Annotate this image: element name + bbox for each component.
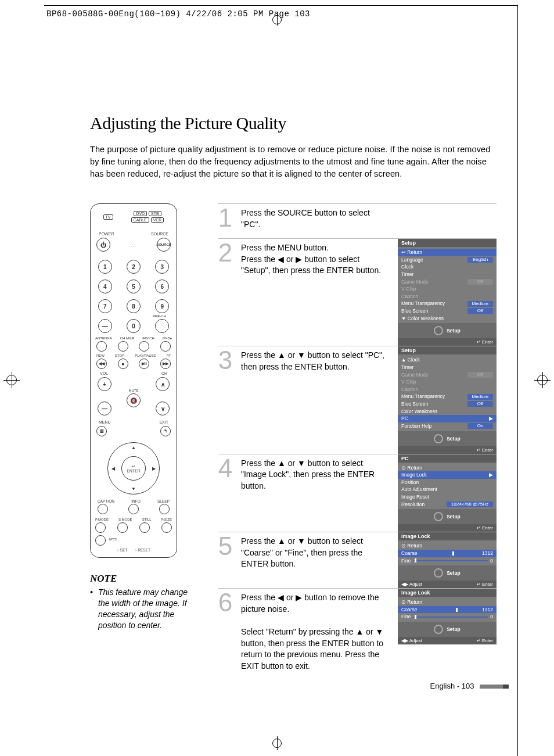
osd-item: Fine: [401, 614, 411, 620]
info-button: [128, 504, 139, 514]
remote-power-label: POWER: [99, 232, 114, 236]
dpad: ▲ ▼ ◀ ▶ ↵ENTER: [107, 442, 160, 495]
osd-value: On: [467, 423, 493, 429]
ch-down-button: ∨: [156, 402, 170, 415]
osd-enter-hint: ↵ Enter: [477, 582, 493, 587]
osd-pc: PC ⊙ Return Image Lock▶ Position Auto Ad…: [398, 454, 497, 532]
osd-item: Timer: [401, 364, 413, 371]
menu-button: ▥: [96, 426, 107, 436]
down-arrow-icon: ▼: [131, 486, 136, 492]
remote-label: CH.MGR: [120, 336, 134, 340]
crop-rule-top: [44, 5, 518, 6]
remote-mute-label: MUTE: [129, 389, 139, 392]
osd-value: 1312: [482, 550, 493, 557]
favch-button: [139, 341, 149, 352]
ff-button: ▶▶: [160, 359, 171, 369]
steps-column: 1 Press the SOURCE button to select "PC"…: [218, 203, 497, 675]
dash-button: —: [98, 319, 112, 333]
right-arrow-icon: ▶: [489, 415, 493, 422]
remote-label: P.SIZE: [161, 518, 172, 521]
step-text: Press the SOURCE button to select "PC".: [241, 207, 390, 235]
osd-item: Menu Transparency: [401, 300, 445, 307]
remote-exit-label: EXIT: [159, 420, 168, 424]
source-button: SOURCE: [157, 238, 171, 252]
remote-source-label: SOURCE: [151, 232, 168, 236]
registration-mark-icon: [534, 372, 551, 388]
osd-foot-label: Setup: [447, 570, 461, 576]
osd-item: V-Chip: [401, 286, 416, 292]
osd-return: ⊙ Return: [401, 599, 422, 605]
osd-value: 0: [490, 558, 493, 564]
intro-paragraph: The purpose of picture quality adjustmen…: [90, 144, 497, 180]
osd-foot-label: Setup: [447, 436, 461, 442]
crop-rule-right: [517, 5, 518, 756]
power-button: ⏻: [96, 238, 110, 252]
osd-value: Off: [467, 279, 493, 285]
osd-item: Timer: [401, 271, 413, 278]
step-text: Press the ▲ or ▼ button to select "PC", …: [241, 350, 390, 450]
crop-mark-icon: [272, 15, 282, 24]
osd-value: Medium: [467, 301, 493, 307]
osd-setup-1: Setup ↩ Return LanguageEnglish Clock Tim…: [398, 239, 497, 346]
osd-item: V-Chip: [401, 379, 416, 385]
chmgr-button: [118, 341, 128, 352]
digit-5-button: 5: [127, 280, 141, 293]
remote-label: REW: [96, 354, 105, 357]
digit-3-button: 3: [155, 260, 169, 274]
osd-item: Menu Transparency: [401, 393, 445, 400]
up-arrow-icon: ▲: [131, 445, 136, 450]
osd-item: Image Reset: [401, 494, 429, 500]
footer-bar-icon: [503, 685, 509, 689]
right-arrow-icon: ▶: [489, 472, 493, 478]
remote-label: CAPTION: [98, 499, 114, 503]
rew-button: ◀◀: [96, 359, 107, 369]
step-number: 6: [218, 590, 233, 672]
remote-mode-tv: TV: [103, 214, 113, 220]
step-number: 1: [218, 205, 233, 235]
digit-0-button: 0: [127, 319, 141, 333]
remote-set-label: ○ SET: [117, 548, 127, 552]
step-number: 4: [218, 456, 233, 529]
osd-item: Game Mode: [401, 279, 429, 285]
gear-icon: [434, 434, 443, 443]
osd-item: Game Mode: [401, 372, 429, 378]
note-heading: NOTE: [90, 573, 195, 585]
digit-7-button: 7: [98, 299, 112, 313]
remote-label: SLEEP: [157, 499, 170, 503]
step-4: 4 Press the ▲ or ▼ button to select "Ima…: [218, 454, 497, 532]
osd-adjust-hint: ◀▶ Adjust: [401, 582, 422, 587]
remote-label: DNSe: [163, 336, 172, 340]
osd-title: Setup: [398, 346, 497, 354]
page-footer: English - 103: [430, 682, 509, 690]
remote-label: S.MODE: [118, 518, 132, 521]
psize-button: [161, 522, 172, 533]
remote-label: STILL: [142, 518, 152, 521]
gear-icon: [434, 512, 443, 521]
play-button: ▶II: [139, 359, 149, 369]
caption-button: [98, 504, 108, 514]
exit-button: ↰: [160, 426, 171, 436]
remote-vol-label: VOL: [100, 371, 108, 375]
remote-mode-cable: CABLE: [131, 217, 149, 223]
remote-label: STOP: [115, 354, 124, 357]
osd-value: Medium: [467, 394, 493, 400]
osd-setup-2: Setup ▲ Clock Timer Game ModeOff V-Chip …: [398, 346, 497, 453]
osd-item: ▼ Color Weakness: [401, 316, 444, 322]
osd-value: English: [467, 257, 493, 263]
step-5: 5 Press the ▲ or ▼ button to select "Coa…: [218, 532, 497, 588]
osd-item: Position: [401, 479, 419, 486]
osd-value: 0: [490, 614, 493, 620]
osd-item: Caption: [401, 293, 418, 300]
step-2: 2 Press the MENU button. Press the ◀ or …: [218, 238, 497, 346]
header-slug: BP68-00588G-00Eng(100~109) 4/22/06 2:05 …: [46, 9, 310, 19]
osd-value: 1024x768 @75Hz: [447, 501, 493, 507]
osd-item: Caption: [401, 386, 418, 393]
remote-label: INFO: [131, 499, 141, 503]
remote-mode-dvd: DVD: [134, 211, 147, 216]
osd-enter-hint: ↵ Enter: [477, 638, 493, 643]
page-content: Adjusting the Picture Quality The purpos…: [90, 113, 497, 675]
osd-item: Image Lock: [401, 472, 427, 478]
step-text: Press the ▲ or ▼ button to select "Coars…: [241, 536, 390, 585]
registration-mark-icon: [3, 372, 20, 388]
step-6: 6 Press the ◀ or ▶ button to remove the …: [218, 588, 497, 675]
